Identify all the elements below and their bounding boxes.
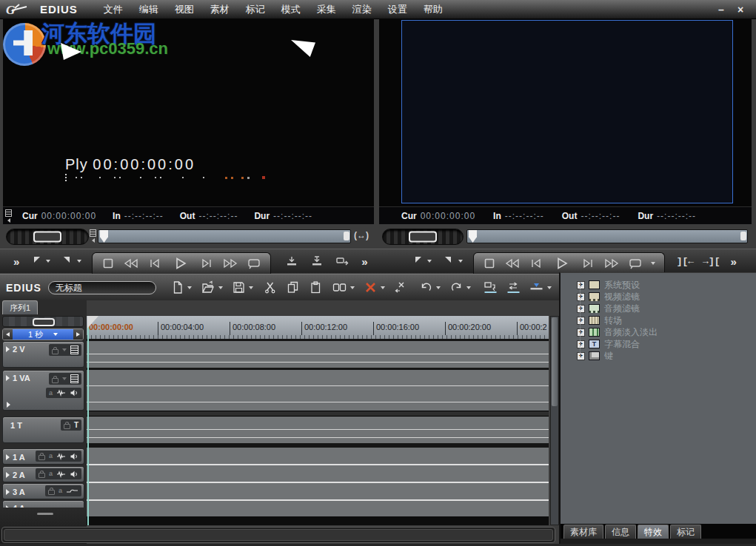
menu-render[interactable]: 渲染 (344, 0, 380, 18)
open-project-dropdown[interactable] (218, 286, 223, 289)
timescale-dropdown[interactable] (53, 333, 58, 336)
delete-dropdown[interactable] (381, 286, 385, 289)
sequence-tab[interactable]: 序列1 (2, 300, 38, 314)
track-sync-icon[interactable] (62, 348, 67, 351)
recorder-loop-dropdown[interactable] (651, 262, 655, 265)
track-expand-icon[interactable] (6, 375, 10, 381)
recorder-mark-out-button[interactable] (444, 255, 454, 268)
add-to-timeline-button[interactable] (483, 280, 498, 294)
tree-item-system-presets[interactable]: + 系统预设 (577, 279, 658, 291)
redo-dropdown[interactable] (466, 286, 471, 289)
player-shuttle[interactable] (6, 229, 89, 245)
recorder-step-back-button[interactable] (529, 257, 542, 269)
timeline-zoom-slider[interactable] (2, 316, 84, 327)
tree-item-audio-filters[interactable]: + 音频滤镜 (577, 303, 658, 314)
track-expand-icon[interactable] (6, 454, 10, 460)
recorder-step-forward-button[interactable] (582, 257, 595, 269)
new-sequence-dropdown[interactable] (187, 286, 192, 289)
lane-1a[interactable] (87, 448, 549, 464)
menu-clip[interactable]: 素材 (202, 0, 238, 18)
recorder-position-thumb[interactable] (469, 230, 477, 243)
track-header-3a[interactable]: 3 A a (2, 483, 84, 499)
player-step-back-button[interactable] (147, 257, 161, 269)
timescale-value[interactable]: 1 秒 (13, 329, 73, 340)
vscroll-thumb[interactable] (552, 317, 558, 406)
track-header-2v[interactable]: 2 V (2, 341, 84, 368)
waveform-icon[interactable] (56, 453, 66, 460)
track-expand-icon[interactable] (6, 472, 10, 478)
audio-source-icon[interactable]: a (49, 471, 53, 477)
speaker-icon[interactable] (70, 389, 78, 397)
track-lock-icon[interactable] (39, 455, 45, 460)
lane-4a[interactable] (87, 501, 549, 516)
menu-settings[interactable]: 设置 (380, 0, 415, 18)
export-button[interactable] (335, 255, 351, 268)
tree-item-transitions[interactable]: + 转场 (577, 314, 658, 326)
track-sub-expand-icon[interactable] (7, 402, 10, 408)
player-position-slider[interactable] (98, 229, 351, 243)
recorder-mark-in-dropdown[interactable] (427, 260, 432, 263)
player-slider-mode-icon[interactable] (90, 229, 96, 243)
recorder-fast-forward-button[interactable] (603, 257, 620, 269)
tree-item-video-filters[interactable]: + 视频滤镜 (577, 291, 658, 303)
copy-button[interactable] (286, 280, 300, 294)
track-lock-icon[interactable] (52, 349, 58, 354)
recorder-stop-button[interactable] (483, 257, 496, 269)
track-lock-icon[interactable] (39, 473, 45, 478)
expand-icon[interactable]: + (577, 281, 585, 289)
menu-mode[interactable]: 模式 (273, 0, 309, 18)
hscroll-thumb[interactable] (4, 529, 553, 541)
speaker-icon[interactable] (70, 471, 78, 478)
recorder-rewind-button[interactable] (504, 257, 521, 269)
recorder-loop-button[interactable] (628, 257, 643, 269)
video-output-icon[interactable] (70, 374, 78, 383)
save-project-button[interactable] (232, 280, 246, 294)
track-header-1a[interactable]: 1 A a (2, 448, 84, 465)
lane-1va[interactable] (87, 370, 549, 411)
header-mini-scrollbar[interactable] (37, 513, 53, 515)
expand-icon[interactable]: + (577, 340, 585, 348)
sequence-name-field[interactable]: 无标题 (48, 281, 156, 294)
menu-marker[interactable]: 标记 (238, 0, 273, 18)
tree-item-title-mixer[interactable]: + T 字幕混合 (577, 338, 658, 350)
timeline-vscrollbar[interactable] (550, 316, 559, 525)
track-expand-icon[interactable] (6, 489, 10, 495)
delete-button[interactable] (364, 280, 378, 294)
tab-info[interactable]: 信息 (605, 525, 636, 539)
track-lock-icon[interactable] (52, 378, 58, 383)
player-mark-out-dropdown[interactable] (77, 260, 81, 263)
trim-to-out-button[interactable]: →][ (703, 256, 720, 267)
menu-file[interactable]: 文件 (96, 0, 131, 18)
player-stop-button[interactable] (101, 257, 115, 269)
lane-1t[interactable] (87, 417, 549, 443)
tab-bin[interactable]: 素材库 (563, 525, 603, 539)
track-expand-icon[interactable] (6, 346, 10, 352)
save-project-dropdown[interactable] (249, 286, 253, 289)
player-position-thumb[interactable] (100, 230, 108, 243)
open-project-button[interactable] (201, 280, 215, 294)
expand-icon[interactable]: + (577, 352, 585, 360)
player-fast-forward-button[interactable] (222, 257, 238, 269)
player-rewind-button[interactable] (123, 257, 139, 269)
waveform-icon[interactable] (56, 471, 66, 478)
track-header-2a[interactable]: 2 A a (2, 466, 84, 482)
track-lock-icon[interactable] (64, 424, 70, 429)
recorder-extra-chevron[interactable]: » (731, 256, 737, 267)
undo-dropdown[interactable] (436, 286, 441, 289)
track-header-1t[interactable]: 1 T T (2, 417, 84, 443)
player-mark-out-button[interactable] (62, 255, 73, 268)
video-output-icon[interactable] (70, 346, 78, 354)
lane-2a[interactable] (87, 465, 549, 482)
redo-button[interactable] (449, 280, 464, 294)
track-sync-icon[interactable] (62, 377, 67, 380)
player-more-chevron[interactable]: » (13, 256, 19, 267)
cut-button[interactable] (264, 280, 277, 294)
menu-edit[interactable]: 编辑 (131, 0, 167, 18)
lane-2v[interactable] (87, 341, 549, 368)
player-mark-in-button[interactable] (31, 255, 41, 268)
track-header-1va[interactable]: 1 VA a (2, 370, 84, 411)
expand-icon[interactable]: + (577, 328, 585, 337)
audio-source-icon[interactable]: a (58, 488, 62, 494)
ripple-delete-button[interactable] (394, 280, 409, 294)
sync-point-dropdown[interactable] (547, 286, 552, 289)
